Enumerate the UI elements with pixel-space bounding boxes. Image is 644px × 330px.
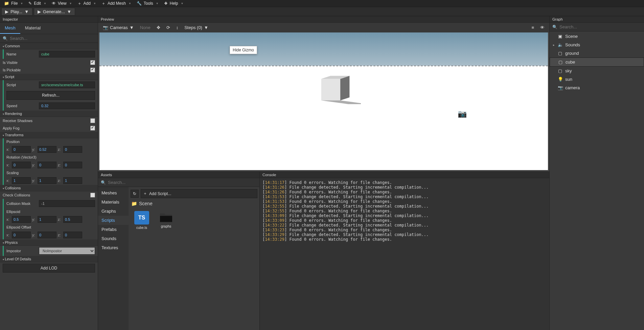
plus-icon: ＋ bbox=[77, 1, 82, 6]
section-common[interactable]: Common bbox=[0, 43, 98, 49]
assets-title: Assets bbox=[98, 172, 259, 178]
graph-item-scene[interactable]: ▣Scene bbox=[550, 32, 644, 41]
console-line: [14:31:26] File change detected. Startin… bbox=[262, 185, 547, 190]
pos-z[interactable] bbox=[63, 146, 82, 153]
asset-categories: Meshes Materials Graphs Scripts Prefabs … bbox=[98, 187, 129, 330]
script-input[interactable] bbox=[39, 81, 95, 88]
graph-item-sounds[interactable]: 🔈Sounds bbox=[550, 41, 644, 49]
section-physics[interactable]: Physics bbox=[0, 239, 98, 246]
name-label: Name bbox=[6, 52, 38, 56]
check-collisions-checkbox[interactable] bbox=[90, 193, 95, 197]
steps-button[interactable]: Steps (0)▼ bbox=[182, 24, 211, 31]
rot-z[interactable] bbox=[63, 162, 82, 168]
elo-x[interactable] bbox=[12, 232, 31, 238]
menu-edit[interactable]: ✎Edit▼ bbox=[26, 0, 49, 6]
tab-material[interactable]: Material bbox=[20, 23, 45, 34]
ellipsoid-offset-label: Ellipsoid Offset bbox=[6, 225, 38, 229]
refresh-button[interactable]: Refresh... bbox=[6, 91, 95, 100]
console-line: [14:33:22] File change detected. Startin… bbox=[262, 223, 547, 228]
generate-button[interactable]: ▶Generate...▼ bbox=[34, 8, 75, 16]
pos-y[interactable] bbox=[38, 146, 56, 153]
viewport[interactable]: 📷 Hide Gizmo bbox=[99, 32, 548, 170]
apply-fog-checkbox[interactable] bbox=[90, 126, 95, 131]
assets-search-input[interactable] bbox=[108, 180, 257, 185]
console-body[interactable]: [14:31:17] Found 0 errors. Watching for … bbox=[260, 178, 549, 330]
section-lod[interactable]: Level Of Details bbox=[0, 256, 98, 262]
gizmo-rotate-button[interactable]: ⟳ bbox=[164, 24, 173, 31]
horizon-line bbox=[99, 66, 548, 66]
scl-x[interactable] bbox=[12, 177, 31, 184]
menu-view[interactable]: 👁View▼ bbox=[49, 0, 75, 6]
graph-search-input[interactable] bbox=[559, 24, 641, 29]
gizmo-none-button[interactable]: None bbox=[137, 24, 153, 31]
cat-prefabs[interactable]: Prefabs bbox=[98, 225, 129, 234]
section-transforms[interactable]: Transforms bbox=[0, 132, 98, 138]
section-script[interactable]: Script bbox=[0, 74, 98, 80]
asset-item-graphs[interactable]: graphs bbox=[157, 211, 175, 230]
cat-sounds[interactable]: Sounds bbox=[98, 234, 129, 243]
scaling-vec: x:y:z: bbox=[4, 176, 98, 185]
rot-y[interactable] bbox=[38, 162, 56, 168]
inspector-title: Inspector bbox=[0, 16, 98, 23]
menu-button[interactable]: ≡ bbox=[529, 24, 537, 31]
cat-graphs[interactable]: Graphs bbox=[98, 207, 129, 216]
collision-mask-input[interactable] bbox=[39, 200, 95, 207]
elo-z[interactable] bbox=[63, 232, 82, 238]
camera-icon: 📷 bbox=[103, 25, 108, 30]
cat-textures[interactable]: Textures bbox=[98, 243, 129, 252]
inspector-search-input[interactable] bbox=[10, 36, 95, 41]
cat-meshes[interactable]: Meshes bbox=[98, 188, 129, 197]
cat-materials[interactable]: Materials bbox=[98, 197, 129, 207]
search-icon: 🔍 bbox=[3, 36, 8, 41]
graph-item-sun[interactable]: 💡sun bbox=[550, 75, 644, 84]
ell-y[interactable] bbox=[38, 216, 56, 223]
gizmo-move-button[interactable]: ✥ bbox=[154, 24, 163, 31]
menu-add[interactable]: ＋Add▼ bbox=[75, 0, 99, 7]
section-collisions[interactable]: Collisions bbox=[0, 185, 98, 191]
graph-item-ground[interactable]: ▢ground bbox=[550, 49, 644, 57]
add-script-button[interactable]: ＋Add Script... bbox=[141, 189, 257, 198]
scaling-label: Scaling bbox=[6, 171, 38, 175]
menu-add-mesh[interactable]: ＋Add Mesh▼ bbox=[99, 0, 134, 7]
section-rendering[interactable]: Rendering bbox=[0, 111, 98, 117]
mesh-icon: ▢ bbox=[558, 68, 562, 73]
visibility-button[interactable]: 👁 bbox=[537, 24, 547, 31]
gizmo-scale-button[interactable]: ↕ bbox=[174, 24, 181, 31]
mesh-icon: ▢ bbox=[558, 60, 563, 65]
ell-x[interactable] bbox=[12, 216, 31, 223]
graph-item-cube[interactable]: ▢cube bbox=[550, 57, 644, 67]
scl-y[interactable] bbox=[38, 177, 56, 184]
pos-x[interactable] bbox=[12, 146, 31, 153]
assets-refresh-button[interactable]: ↻ bbox=[131, 190, 139, 198]
scl-z[interactable] bbox=[63, 177, 82, 184]
menu-tools[interactable]: 🔧Tools▼ bbox=[134, 0, 161, 6]
assets-breadcrumb[interactable]: 📁Scene bbox=[129, 199, 259, 208]
impostor-select[interactable]: NoImpostor bbox=[39, 247, 95, 255]
is-pickable-checkbox[interactable] bbox=[90, 68, 95, 72]
cat-scripts[interactable]: Scripts bbox=[98, 216, 129, 225]
ell-z[interactable] bbox=[63, 216, 82, 223]
menu-help[interactable]: ❖Help▼ bbox=[161, 0, 186, 6]
graph-item-sky[interactable]: ▢sky bbox=[550, 67, 644, 75]
ellipsoid-label: Ellipsoid bbox=[6, 210, 38, 214]
is-visible-checkbox[interactable] bbox=[90, 60, 95, 65]
asset-item-cube-ts[interactable]: TS cube.ts bbox=[133, 211, 151, 230]
elo-y[interactable] bbox=[38, 232, 56, 238]
name-input[interactable] bbox=[39, 51, 95, 57]
check-collisions-label: Check Collisions bbox=[3, 193, 34, 197]
add-lod-button[interactable]: Add LOD bbox=[3, 264, 95, 273]
apply-fog-label: Apply Fog bbox=[3, 126, 34, 130]
receive-shadows-checkbox[interactable] bbox=[90, 118, 95, 123]
cameras-button[interactable]: 📷Cameras▼ bbox=[100, 24, 137, 31]
preview-title: Preview bbox=[98, 16, 549, 23]
play-button[interactable]: ▶Play...▼ bbox=[1, 8, 32, 16]
rot-x[interactable] bbox=[12, 162, 31, 168]
tab-mesh[interactable]: Mesh bbox=[0, 23, 20, 34]
menu-file[interactable]: 📁File▼ bbox=[1, 0, 26, 6]
console-line: [14:33:29] File change detected. Startin… bbox=[262, 232, 547, 237]
speed-input[interactable] bbox=[39, 102, 95, 109]
console-line: [14:33:09] Found 0 errors. Watching for … bbox=[262, 218, 547, 223]
mesh-icon: ▢ bbox=[558, 51, 562, 56]
chevron-down-icon: ▼ bbox=[20, 2, 23, 5]
graph-item-camera[interactable]: 📷camera bbox=[550, 84, 644, 92]
